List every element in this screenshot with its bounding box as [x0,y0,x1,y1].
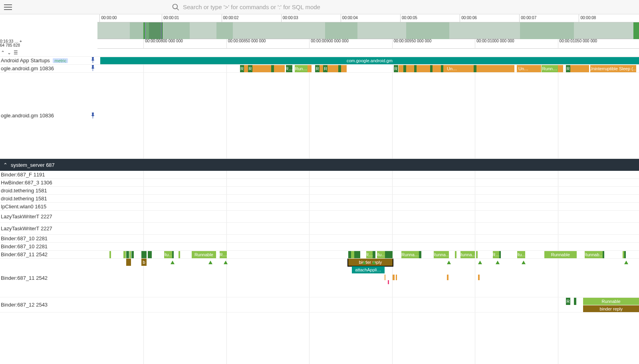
thread-canvas[interactable]: Ru…RunnableR…R…Ru…Runna…Runna…Runna…R…Ru… [97,251,639,258]
sched-slice[interactable] [348,251,351,258]
thread-label[interactable]: Binder:687_F 1191 [0,171,97,178]
sched-slice[interactable] [530,65,541,72]
sched-slice[interactable] [455,251,456,258]
sched-slice[interactable]: R… [220,251,227,258]
sched-slice[interactable]: R [394,65,398,72]
sched-slice[interactable]: Runna… [434,251,449,258]
sched-slice[interactable] [419,251,421,258]
track-label-gm2[interactable]: ogle.android.gm 10836 [0,73,97,121]
thread-canvas[interactable]: RRunnablebinder reply [97,297,639,312]
sched-slice[interactable] [308,65,311,72]
sched-slice[interactable] [499,251,501,258]
sched-slice[interactable]: Runn… [542,65,558,72]
startup-slice[interactable]: com.google.android.gm [100,57,639,64]
sched-slice[interactable] [570,65,589,72]
thread-label[interactable]: Binder:687_11 2542 [0,259,97,297]
sched-slice[interactable] [271,65,274,72]
thread-label[interactable]: droid.tethering 1581 [0,195,97,202]
sched-slice[interactable] [385,251,393,258]
sched-slice[interactable] [129,251,131,258]
sched-slice[interactable] [141,251,147,258]
track-label-startups[interactable]: Android App Startups metric [0,57,97,64]
sched-slice[interactable] [354,251,360,258]
thread-label[interactable]: droid.tethering 1581 [0,187,97,194]
sched-slice[interactable]: Un… [445,65,459,72]
sched-slice[interactable] [126,251,129,258]
pin-icon[interactable] [91,113,95,120]
thread-label[interactable]: IpClient.wlan0 1615 [0,203,97,210]
thread-canvas[interactable] [97,195,639,202]
thread-canvas[interactable] [97,243,639,250]
sched-slice[interactable]: Ru… [377,251,385,258]
sched-slice[interactable] [476,251,478,258]
sched-slice[interactable] [474,65,476,72]
sched-slice[interactable] [558,65,564,72]
group-header-system-server[interactable]: ⌃ system_server 687 [0,159,639,171]
sched-slice[interactable]: Run… [295,65,308,72]
sched-slice[interactable] [403,65,406,72]
pin-icon[interactable] [91,57,95,64]
search-box[interactable] [172,1,419,13]
sched-slice[interactable] [574,298,576,305]
thread-canvas[interactable] [97,171,639,178]
sched-slice[interactable] [351,251,354,258]
thread-label[interactable]: Binder:687_10 2281 [0,235,97,242]
trace-slice[interactable]: attachAppli… [352,266,384,273]
sched-slice[interactable]: Uninterruptible Sleep (… [590,65,636,72]
collapse-icon[interactable]: ⌃ [1,50,5,55]
sched-slice[interactable] [458,65,474,72]
sched-slice[interactable]: R [323,65,327,72]
menu-button[interactable] [0,0,16,14]
sched-slice[interactable] [441,65,444,72]
sched-slice[interactable] [327,65,338,72]
thread-label[interactable]: Binder:687_11 2542 [0,251,97,258]
sched-slice[interactable]: Runnable [192,251,216,258]
sched-slice[interactable]: R [566,298,570,305]
sched-slice[interactable]: Runnable [544,251,577,258]
thread-label[interactable]: LazyTaskWriterT 2227 [0,211,97,222]
sched-slice[interactable]: Ru… [164,251,172,258]
sched-slice[interactable]: Runna… [460,251,475,258]
sched-slice[interactable] [476,65,514,72]
sched-slice[interactable] [399,65,403,72]
thread-label[interactable]: HwBinder:687_3 1306 [0,179,97,186]
thread-canvas[interactable] [97,187,639,194]
sched-slice[interactable] [274,65,285,72]
sched-slice[interactable]: R [315,65,320,72]
sched-slice[interactable] [433,65,441,72]
sched-slice[interactable] [603,251,604,258]
search-input[interactable] [183,4,407,10]
thread-canvas[interactable] [97,223,639,234]
sched-slice[interactable] [373,251,375,258]
sched-slice[interactable]: R [248,65,252,72]
sched-slice[interactable]: Ru… [517,251,525,258]
sched-slice[interactable]: R… [286,65,292,72]
thread-canvas[interactable] [97,179,639,186]
trace-overview[interactable] [97,22,639,39]
thread-canvas[interactable]: bbinder replyattachAppli… [97,259,639,297]
thread-canvas[interactable] [97,235,639,242]
sched-slice[interactable] [172,251,174,258]
thread-canvas[interactable] [97,203,639,210]
thread-label[interactable]: Binder:687_10 2281 [0,243,97,250]
sched-slice[interactable] [123,251,125,258]
sched-slice[interactable] [341,65,347,72]
sched-slice[interactable]: Un… [517,65,530,72]
thread-label[interactable]: Binder:687_12 2543 [0,297,97,312]
sched-slice[interactable]: Runnable [583,298,639,305]
trace-slice[interactable]: binder reply [583,305,639,312]
sched-slice[interactable] [430,65,433,72]
sched-slice[interactable] [320,65,323,72]
sched-slice[interactable]: Runnab… [585,251,603,258]
sched-slice[interactable]: Runna… [401,251,419,258]
thread-label[interactable]: LazyTaskWriterT 2227 [0,223,97,234]
expand-icon[interactable]: ⌄ [7,50,11,55]
time-ruler-major[interactable]: 00:00:0000:00:0100:00:0200:00:0300:00:04… [97,14,639,22]
sched-slice[interactable]: R [566,65,570,72]
thread-canvas[interactable] [97,211,639,222]
pin-icon[interactable] [91,65,95,72]
track-label-gm1[interactable]: ogle.android.gm 10836 [0,65,97,72]
sched-slice[interactable]: R… [493,251,499,258]
sched-slice[interactable] [109,251,111,258]
sched-slice[interactable] [417,65,430,72]
